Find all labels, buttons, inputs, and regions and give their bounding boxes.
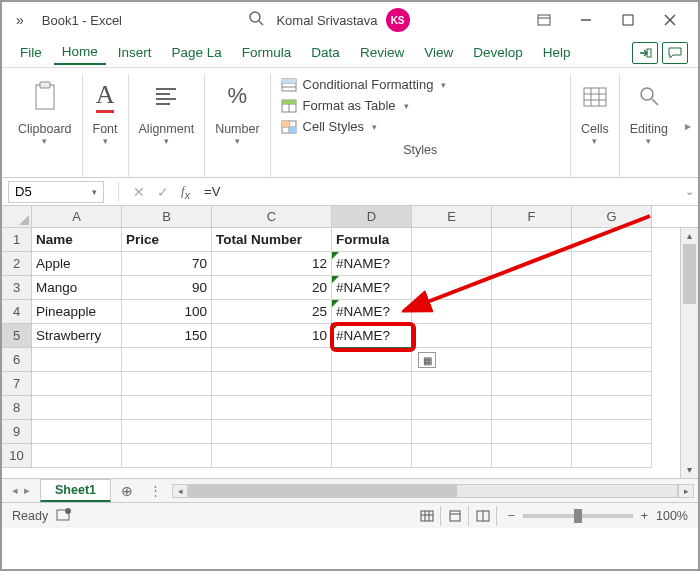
row-header-2[interactable]: 2 [2,252,32,276]
cell-A3[interactable]: Mango [32,276,122,300]
cell-B2[interactable]: 70 [122,252,212,276]
tab-insert[interactable]: Insert [110,41,160,64]
sheet-tab-active[interactable]: Sheet1 [40,479,111,502]
cell-B5[interactable]: 150 [122,324,212,348]
cell-A5[interactable]: Strawberry [32,324,122,348]
ribbon-group-clipboard[interactable]: Clipboard ▾ [8,74,83,177]
quickaccess-chevron-icon[interactable]: » [10,12,30,28]
tab-data[interactable]: Data [303,41,348,64]
tab-file[interactable]: File [12,41,50,64]
cell-C5[interactable]: 10 [212,324,332,348]
worksheet-grid[interactable]: A B C D E F G 1 Name Price Total Number … [2,206,698,478]
cell-D4[interactable]: #NAME? [332,300,412,324]
ribbon-display-options-icon[interactable] [524,6,564,34]
cell-G3[interactable] [572,276,652,300]
cell-F2[interactable] [492,252,572,276]
row-header-1[interactable]: 1 [2,228,32,252]
cell-C4[interactable]: 25 [212,300,332,324]
insert-function-icon[interactable]: fx [175,183,196,201]
cell-A4[interactable]: Pineapple [32,300,122,324]
expand-formula-bar-icon[interactable]: ⌄ [680,185,698,198]
cell-D1[interactable]: Formula [332,228,412,252]
grid-body[interactable]: 1 Name Price Total Number Formula 2 Appl… [2,228,698,468]
zoom-slider[interactable] [523,514,633,518]
tab-view[interactable]: View [416,41,461,64]
view-normal-icon[interactable] [413,506,441,526]
cell-A2[interactable]: Apple [32,252,122,276]
cell-C1[interactable]: Total Number [212,228,332,252]
cell-B4[interactable]: 100 [122,300,212,324]
tab-home[interactable]: Home [54,40,106,65]
zoom-control[interactable]: − + 100% [507,509,688,523]
cell-F1[interactable] [492,228,572,252]
cell-E4[interactable] [412,300,492,324]
scroll-down-icon[interactable]: ▾ [681,462,698,478]
col-header-A[interactable]: A [32,206,122,227]
scroll-right-icon[interactable]: ▸ [678,484,694,498]
cell-G1[interactable] [572,228,652,252]
chevron-down-icon[interactable]: ▾ [92,187,97,197]
cell-E3[interactable] [412,276,492,300]
row-header-7[interactable]: 7 [2,372,32,396]
cell-D2[interactable]: #NAME? [332,252,412,276]
cell-G4[interactable] [572,300,652,324]
cell-E2[interactable] [412,252,492,276]
close-button[interactable] [650,6,690,34]
sheet-next-icon[interactable]: ▸ [24,484,30,497]
cell-B3[interactable]: 90 [122,276,212,300]
ribbon-group-cells[interactable]: Cells ▾ [571,74,620,177]
view-page-layout-icon[interactable] [441,506,469,526]
cell-E5[interactable] [412,324,492,348]
cell-E1[interactable] [412,228,492,252]
zoom-in-icon[interactable]: + [641,509,648,523]
tab-developer[interactable]: Develop [465,41,531,64]
row-header-3[interactable]: 3 [2,276,32,300]
col-header-C[interactable]: C [212,206,332,227]
sheet-nav[interactable]: ◂▸ [2,484,40,497]
add-sheet-button[interactable]: ⊕ [111,483,143,499]
user-account[interactable]: Komal Srivastava KS [276,8,409,32]
sheet-prev-icon[interactable]: ◂ [12,484,18,497]
col-header-G[interactable]: G [572,206,652,227]
search-icon[interactable] [248,10,264,30]
col-header-B[interactable]: B [122,206,212,227]
cell-F3[interactable] [492,276,572,300]
comments-button[interactable] [662,42,688,64]
cell-styles-button[interactable]: Cell Styles▾ [281,116,560,137]
cell-C2[interactable]: 12 [212,252,332,276]
scrollbar-thumb[interactable] [683,244,696,304]
zoom-level-label[interactable]: 100% [656,509,688,523]
format-as-table-button[interactable]: Format as Table▾ [281,95,560,116]
formula-input[interactable]: =V [196,184,680,199]
cancel-formula-icon[interactable]: ✕ [127,184,151,200]
ribbon-group-alignment[interactable]: Alignment ▾ [129,74,206,177]
conditional-formatting-button[interactable]: Conditional Formatting▾ [281,74,560,95]
select-all-corner[interactable] [2,206,32,227]
cell-A1[interactable]: Name [32,228,122,252]
ribbon-group-font[interactable]: A Font ▾ [83,74,129,177]
view-page-break-icon[interactable] [469,506,497,526]
tab-page-layout[interactable]: Page La [164,41,230,64]
scrollbar-thumb[interactable] [189,485,457,497]
col-header-F[interactable]: F [492,206,572,227]
scroll-up-icon[interactable]: ▴ [681,228,698,244]
macro-record-icon[interactable] [56,507,72,524]
cell-G2[interactable] [572,252,652,276]
tab-review[interactable]: Review [352,41,412,64]
row-header-6[interactable]: 6 [2,348,32,372]
tab-splitter-icon[interactable]: ⋮ [143,483,168,498]
cell-F4[interactable] [492,300,572,324]
autofill-options-icon[interactable]: ▦ [418,352,436,368]
tab-help[interactable]: Help [535,41,579,64]
cell-F5[interactable] [492,324,572,348]
row-header-10[interactable]: 10 [2,444,32,468]
scroll-left-icon[interactable]: ◂ [172,484,188,498]
zoom-out-icon[interactable]: − [507,509,514,523]
tab-formulas[interactable]: Formula [234,41,300,64]
horizontal-scrollbar[interactable]: ◂ ▸ [168,484,698,498]
ribbon-group-number[interactable]: % Number ▾ [205,74,270,177]
row-header-9[interactable]: 9 [2,420,32,444]
ribbon-group-editing[interactable]: Editing ▾ [620,74,678,177]
cell-G5[interactable] [572,324,652,348]
maximize-button[interactable] [608,6,648,34]
